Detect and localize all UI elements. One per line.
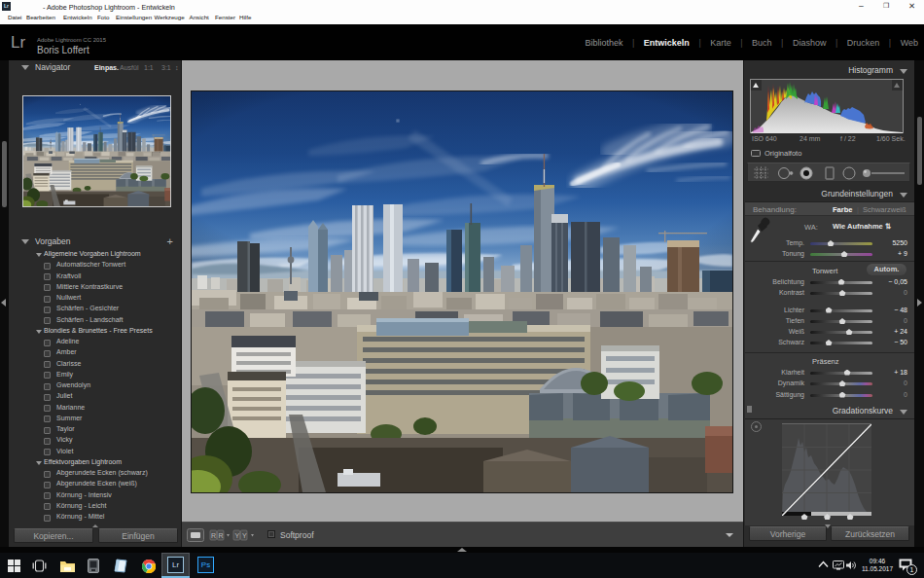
svg-text:Y: Y [235,532,240,539]
svg-text:Y: Y [242,532,247,539]
svg-text:R: R [219,532,224,539]
svg-text:R: R [211,532,216,539]
